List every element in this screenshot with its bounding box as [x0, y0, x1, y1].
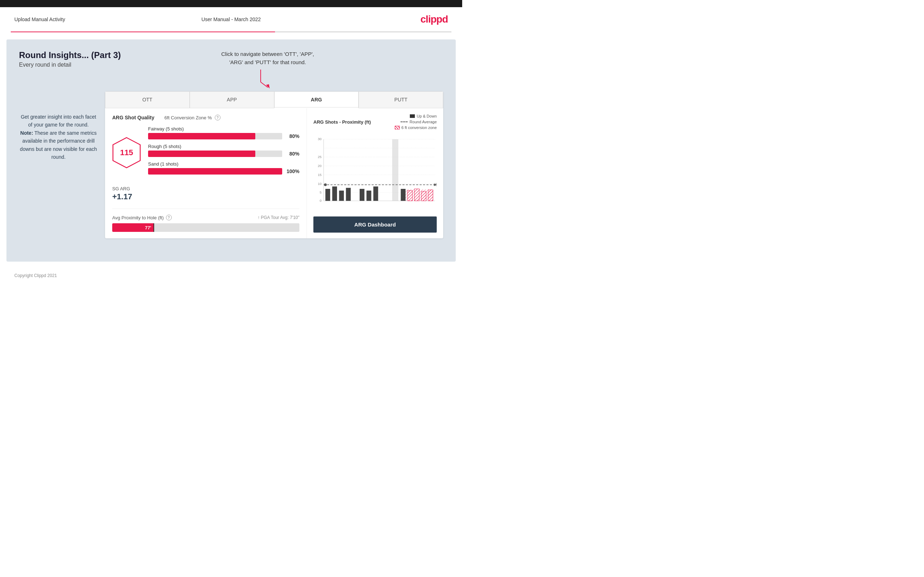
svg-rect-24 [339, 191, 344, 201]
tabs: OTT APP ARG PUTT [105, 91, 443, 108]
shot-row-rough: Rough (5 shots) 80% [148, 144, 299, 157]
legend-box-updown [410, 114, 415, 118]
nav-hint: Click to navigate between 'OTT', 'APP','… [221, 50, 314, 89]
chart-header: ARG Shots - Proximity (ft) Up & Down Rou… [313, 114, 437, 130]
svg-text:0: 0 [320, 198, 321, 203]
proximity-help-icon[interactable]: ? [166, 215, 172, 221]
rough-label: Rough (5 shots) [148, 144, 299, 149]
fairway-bar: 80% [148, 133, 299, 139]
shot-quality-label: ARG Shot Quality [112, 115, 154, 121]
top-bar [0, 0, 462, 7]
svg-rect-31 [408, 191, 412, 201]
description-text: Get greater insight into each facet of y… [19, 113, 98, 161]
proximity-label-row: Avg Proximity to Hole (ft) ? [112, 215, 172, 221]
rough-pct: 80% [285, 151, 299, 156]
fairway-label: Fairway (5 shots) [148, 126, 299, 132]
tab-putt[interactable]: PUTT [359, 91, 443, 108]
rough-track [148, 150, 282, 157]
top-row: Round Insights... (Part 3) Every round i… [19, 50, 443, 89]
legend: Up & Down Round Average 6 ft conversion … [395, 114, 437, 130]
svg-rect-26 [360, 189, 364, 201]
header: Upload Manual Activity User Manual - Mar… [0, 7, 462, 32]
footer: Copyright Clippd 2021 [0, 269, 462, 282]
sg-label: SG ARG [112, 186, 299, 191]
legend-item-round-avg: Round Average [401, 120, 437, 124]
shot-row-fairway: Fairway (5 shots) 80% [148, 126, 299, 139]
svg-rect-34 [428, 190, 433, 201]
proximity-label: Avg Proximity to Hole (ft) [112, 215, 164, 221]
sand-bar: 100% [148, 168, 299, 174]
sand-pct: 100% [285, 168, 299, 174]
section-header: ARG Shot Quality 6ft Conversion Zone % ? [112, 115, 299, 121]
svg-rect-29 [392, 139, 398, 201]
note-label: Note: [21, 130, 33, 136]
help-icon[interactable]: ? [215, 115, 221, 121]
tab-arg[interactable]: ARG [274, 91, 359, 108]
card-body: ARG Shot Quality 6ft Conversion Zone % ?… [105, 108, 443, 239]
rough-fill [148, 150, 255, 157]
sand-fill [148, 168, 282, 174]
page-subtitle: Every round in detail [19, 62, 121, 68]
proximity-section: Avg Proximity to Hole (ft) ? ↑ PGA Tour … [112, 209, 299, 232]
sg-section: SG ARG +1.17 [112, 186, 299, 201]
chart-area: 0 5 10 15 20 25 30 [313, 134, 437, 213]
fairway-track [148, 133, 282, 139]
conversion-label: 6ft Conversion Zone % [164, 115, 212, 121]
svg-rect-33 [421, 191, 426, 201]
arrow-icon [257, 68, 279, 89]
arg-dashboard-button[interactable]: ARG Dashboard [313, 216, 437, 232]
svg-text:30: 30 [318, 137, 321, 141]
legend-item-updown: Up & Down [410, 114, 437, 118]
main-content: Round Insights... (Part 3) Every round i… [6, 39, 456, 262]
left-panel: Get greater insight into each facet of y… [19, 91, 98, 161]
card: OTT APP ARG PUTT ARG Shot Quality 6ft Co… [105, 91, 443, 239]
svg-rect-30 [401, 189, 405, 201]
chart-svg: 0 5 10 15 20 25 30 [313, 134, 437, 213]
proximity-bar-fill: 77' [112, 223, 153, 232]
hexagon-value: 115 [120, 148, 133, 157]
copyright: Copyright Clippd 2021 [15, 273, 57, 278]
sg-value: +1.17 [112, 192, 299, 201]
tab-ott[interactable]: OTT [105, 91, 190, 108]
title-block: Round Insights... (Part 3) Every round i… [19, 50, 121, 75]
svg-rect-27 [367, 191, 371, 201]
svg-rect-25 [346, 188, 351, 201]
hexagon: 115 [112, 137, 141, 168]
legend-label-updown: Up & Down [417, 114, 437, 118]
shot-bars: Fairway (5 shots) 80% Rough (5 shots) [148, 126, 299, 179]
tab-app[interactable]: APP [190, 91, 274, 108]
svg-text:10: 10 [318, 182, 321, 185]
svg-text:20: 20 [318, 164, 321, 168]
svg-text:15: 15 [318, 173, 321, 177]
svg-rect-22 [325, 189, 330, 201]
upload-label: Upload Manual Activity [15, 16, 65, 22]
fairway-pct: 80% [285, 133, 299, 139]
fairway-fill [148, 133, 255, 139]
svg-text:25: 25 [318, 155, 321, 159]
legend-hatch-6ft [395, 126, 400, 129]
legend-dashed-round-avg [401, 121, 408, 122]
sand-track [148, 168, 282, 174]
hexagon-container: 115 Fairway (5 shots) 80% [112, 126, 299, 179]
proximity-cursor [153, 223, 154, 232]
proximity-value: 77' [145, 225, 151, 230]
shot-row-sand: Sand (1 shots) 100% [148, 161, 299, 174]
nav-hint-text: Click to navigate between 'OTT', 'APP','… [221, 50, 314, 66]
center-label: User Manual - March 2022 [202, 16, 261, 22]
logo: clippd [421, 14, 448, 25]
svg-point-36 [324, 184, 327, 186]
svg-text:5: 5 [320, 190, 321, 194]
legend-label-6ft: 6 ft conversion zone [402, 126, 437, 130]
page-title: Round Insights... (Part 3) [19, 50, 121, 60]
svg-text:8: 8 [435, 182, 437, 187]
card-right: ARG Shots - Proximity (ft) Up & Down Rou… [307, 108, 443, 239]
svg-rect-23 [333, 186, 337, 201]
svg-rect-32 [415, 189, 419, 201]
chart-title: ARG Shots - Proximity (ft) [313, 119, 371, 125]
card-left: ARG Shot Quality 6ft Conversion Zone % ?… [105, 108, 307, 239]
content-layout: Get greater insight into each facet of y… [19, 91, 443, 239]
proximity-header: Avg Proximity to Hole (ft) ? ↑ PGA Tour … [112, 215, 299, 221]
header-divider [11, 32, 451, 32]
pga-label: ↑ PGA Tour Avg: 7'10" [257, 215, 299, 220]
legend-item-6ft: 6 ft conversion zone [395, 126, 437, 130]
